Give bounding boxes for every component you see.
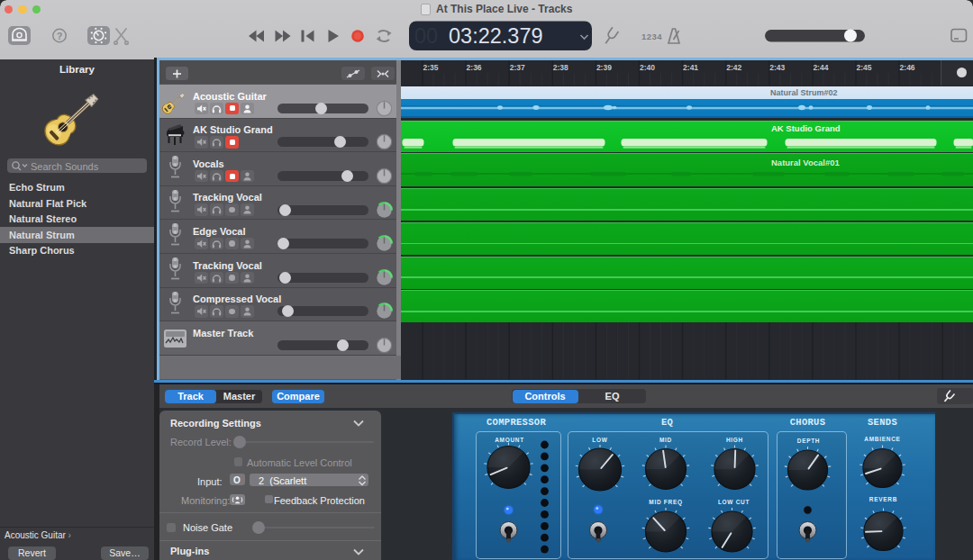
- svg-text:2:35: 2:35: [423, 63, 438, 72]
- svg-text:03:22.379: 03:22.379: [449, 24, 543, 48]
- svg-text:2:42: 2:42: [726, 63, 741, 72]
- svg-text:00: 00: [414, 24, 438, 48]
- svg-text:2:40: 2:40: [639, 63, 654, 72]
- svg-text:2:41: 2:41: [683, 63, 698, 72]
- svg-text:2:37: 2:37: [509, 63, 524, 72]
- svg-text:2:39: 2:39: [596, 63, 611, 72]
- svg-text:2:38: 2:38: [552, 63, 568, 72]
- svg-text:2:36: 2:36: [466, 63, 481, 72]
- svg-text:2:46: 2:46: [899, 63, 914, 72]
- svg-text:2:43: 2:43: [769, 63, 785, 72]
- svg-text:?: ?: [57, 31, 63, 41]
- svg-text:1234: 1234: [641, 32, 662, 41]
- svg-text:2:45: 2:45: [856, 63, 871, 72]
- svg-text:2:44: 2:44: [813, 63, 828, 72]
